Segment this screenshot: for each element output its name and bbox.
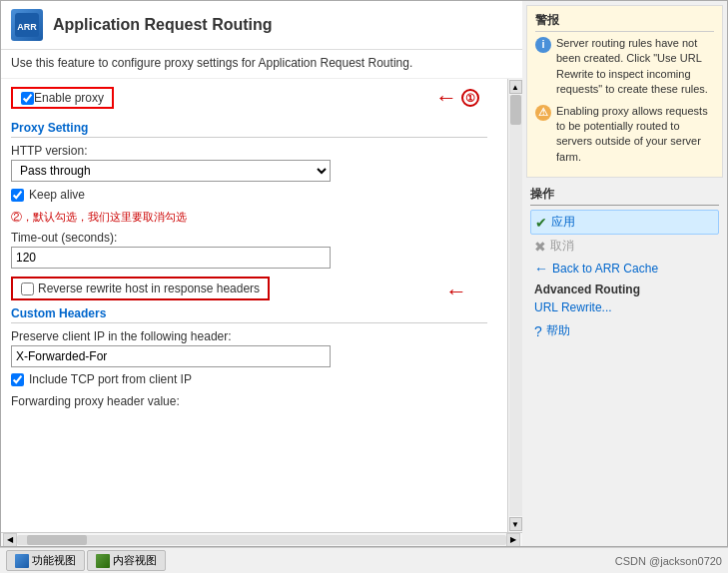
- tab-content-label: 内容视图: [113, 553, 157, 568]
- cancel-action: ✖ 取消: [530, 235, 719, 258]
- scroll-track: [509, 95, 522, 516]
- right-panel: 警报 i Server routing rules have not been …: [522, 1, 727, 546]
- panel-title: Application Request Routing: [53, 16, 273, 34]
- back-to-arr-label: Back to ARR Cache: [552, 262, 658, 276]
- timeout-input[interactable]: 120: [11, 247, 331, 269]
- help-action[interactable]: ? 帮助: [530, 319, 719, 342]
- warning-section: 警报 i Server routing rules have not been …: [526, 5, 723, 178]
- include-tcp-checkbox[interactable]: [11, 373, 24, 386]
- actions-section: 操作 ✔ 应用 ✖ 取消 ← Back to ARR Cache Advance…: [522, 182, 727, 346]
- bottom-tabs: 功能视图 内容视图: [6, 550, 166, 571]
- forwarding-proxy-label: Forwarding proxy header value:: [11, 394, 487, 408]
- enable-proxy-label: Enable proxy: [34, 91, 104, 105]
- timeout-label: Time-out (seconds):: [11, 231, 487, 245]
- arrow-icon-2: ←: [445, 279, 467, 304]
- vertical-scrollbar[interactable]: ▲ ▼: [507, 79, 522, 532]
- scroll-thumb[interactable]: [510, 95, 521, 125]
- content-wrapper: Enable proxy ← ① Proxy Setting HTTP vers…: [1, 79, 522, 532]
- horizontal-scrollbar[interactable]: ◀ ▶: [1, 532, 522, 546]
- reverse-rewrite-checkbox[interactable]: [21, 283, 34, 295]
- url-rewrite-action[interactable]: URL Rewrite...: [530, 297, 719, 317]
- keep-alive-checkbox[interactable]: [11, 189, 24, 202]
- annotation2-area: ②，默认勾选，我们这里要取消勾选: [11, 210, 487, 225]
- proxy-setting-label: Proxy Setting: [11, 121, 487, 138]
- content-view-icon: [96, 554, 110, 568]
- panel-header: ARR Application Request Routing: [1, 1, 522, 50]
- panel-description: Use this feature to configure proxy sett…: [1, 50, 522, 79]
- hscroll-right-button[interactable]: ▶: [506, 533, 520, 547]
- actions-title: 操作: [530, 186, 719, 206]
- preserve-ip-label: Preserve client IP in the following head…: [11, 329, 487, 343]
- apply-label: 应用: [551, 214, 575, 231]
- hscroll-left-button[interactable]: ◀: [3, 533, 17, 547]
- back-arr-icon: ←: [534, 261, 548, 277]
- annotation-circle-1: ①: [461, 89, 479, 107]
- enable-proxy-checkbox[interactable]: [21, 92, 34, 105]
- keep-alive-row: Keep alive: [11, 188, 487, 202]
- help-icon: ?: [534, 323, 542, 339]
- arr-icon: ARR: [11, 9, 43, 41]
- apply-action[interactable]: ✔ 应用: [530, 210, 719, 235]
- http-version-select[interactable]: Pass through HTTP/1.0 HTTP/1.1: [11, 160, 331, 182]
- warning-text-2: Enabling proxy allows requests to be pot…: [556, 104, 714, 166]
- warning-item-2: ⚠ Enabling proxy allows requests to be p…: [535, 104, 714, 166]
- bottom-bar: 功能视图 内容视图 CSDN @jackson0720: [0, 547, 728, 573]
- hscroll-thumb[interactable]: [27, 535, 87, 545]
- scroll-down-button[interactable]: ▼: [509, 517, 522, 531]
- enable-proxy-section: Enable proxy ← ①: [11, 87, 487, 115]
- cancel-label: 取消: [550, 238, 574, 255]
- warning-text-1: Server routing rules have not been creat…: [556, 36, 714, 98]
- http-version-label: HTTP version:: [11, 144, 487, 158]
- left-panel: ARR Application Request Routing Use this…: [1, 1, 522, 546]
- reverse-rewrite-box: Reverse rewrite host in response headers: [11, 277, 270, 300]
- include-tcp-label: Include TCP port from client IP: [29, 372, 192, 386]
- panel-content: Enable proxy ← ① Proxy Setting HTTP vers…: [1, 79, 507, 532]
- help-label: 帮助: [546, 322, 570, 339]
- apply-icon: ✔: [535, 215, 547, 231]
- feature-view-icon: [15, 554, 29, 568]
- arrow-icon-1: ←: [435, 85, 457, 111]
- alert-icon: ⚠: [535, 105, 551, 121]
- url-rewrite-label: URL Rewrite...: [534, 300, 612, 314]
- preserve-ip-input[interactable]: X-Forwarded-For: [11, 345, 331, 367]
- tab-feature-label: 功能视图: [32, 553, 76, 568]
- warning-item-1: i Server routing rules have not been cre…: [535, 36, 714, 98]
- advanced-routing-title: Advanced Routing: [530, 280, 719, 297]
- keep-alive-label: Keep alive: [29, 188, 85, 202]
- back-to-arr-action[interactable]: ← Back to ARR Cache: [530, 258, 719, 280]
- annotation-text-2: ②，默认勾选，我们这里要取消勾选: [11, 210, 487, 225]
- scroll-up-button[interactable]: ▲: [509, 80, 522, 94]
- enable-proxy-box: Enable proxy: [11, 87, 114, 109]
- reverse-rewrite-label: Reverse rewrite host in response headers: [38, 282, 260, 295]
- svg-text:ARR: ARR: [17, 22, 37, 32]
- include-tcp-row: Include TCP port from client IP: [11, 372, 487, 386]
- reverse-rewrite-section: Reverse rewrite host in response headers…: [11, 277, 487, 300]
- tab-content-view[interactable]: 内容视图: [87, 550, 166, 571]
- cancel-icon: ✖: [534, 239, 546, 255]
- custom-headers-label: Custom Headers: [11, 306, 487, 323]
- app-window: ARR Application Request Routing Use this…: [0, 0, 728, 547]
- tab-feature-view[interactable]: 功能视图: [6, 550, 85, 571]
- info-icon: i: [535, 37, 551, 53]
- hscroll-track: [17, 535, 506, 545]
- warning-title: 警报: [535, 12, 714, 32]
- credit-text: CSDN @jackson0720: [615, 555, 722, 567]
